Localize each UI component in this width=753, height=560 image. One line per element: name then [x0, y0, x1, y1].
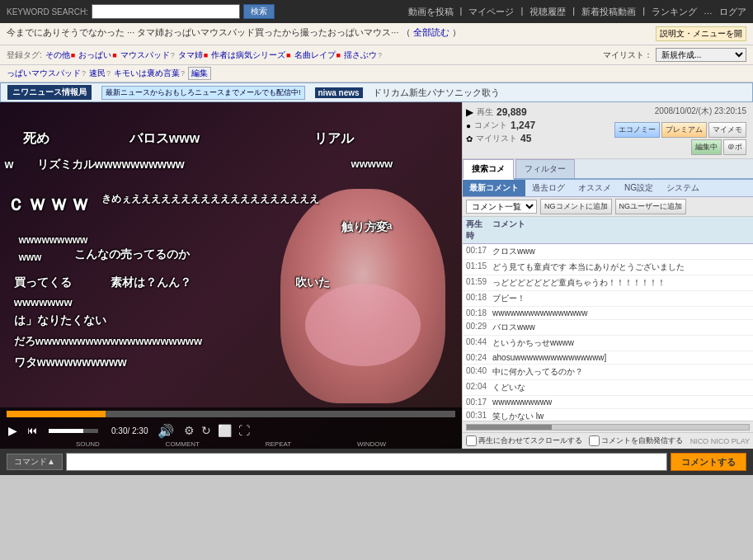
tab-search-comment[interactable]: 搜索コメ [463, 159, 514, 180]
comment-row-8: 00:40中に何か入ってるのか？ [463, 365, 753, 380]
nav-upload[interactable]: 動画を投稿 [408, 6, 454, 18]
nav-logout[interactable]: ログア [719, 6, 746, 18]
nav-history[interactable]: 視聴履歴 [529, 6, 566, 18]
stats-col-left: ▶ 再生 29,889 ● コメント 1,247 ✿ マイリスト 45 [466, 106, 605, 155]
video-comment-14: 買ってくる [14, 275, 72, 290]
banner-row: 今までにありそうでなかった ··· タマ姉おっぱいマウスパッド買ったから撮ったお… [0, 23, 753, 45]
scroll-thumb[interactable] [467, 425, 552, 430]
comment-row-0: 00:17クロスwww [463, 244, 753, 260]
comment-text-input[interactable] [66, 453, 667, 471]
video-comment-5: リズミカルwwwwwwwwww [37, 158, 185, 172]
comment-time-8: 00:40 [466, 366, 489, 375]
sub-tab-ng-settings[interactable]: NG設定 [618, 180, 660, 196]
video-controls: ▶ ⏮ 0:30/ 2:30 🔊 ⚙ ↻ ⬜ ⛶ SOUND COMMENT R… [0, 407, 462, 449]
scroll-sync-text: 再生に合わせてスクロールする [478, 435, 582, 446]
nav-new[interactable]: 新着投稿動画 [581, 6, 636, 18]
comment-row-2: 01:59っどどどどどどど童貞ちゃうわ！！！！！！！ [463, 275, 753, 291]
sub-tabs: 最新コメント 過去ログ オススメ NG設定 システム [463, 180, 753, 197]
main-content: 死め バロスwww リアル w リズミカルwwwwwwwwww wwwww ｃｗ… [0, 102, 753, 449]
nav-sep5: … [704, 6, 713, 18]
atpo-btn[interactable]: ＠ポ [723, 139, 746, 155]
comment-text-4: wwwwwwwwwwwwwwww [492, 308, 750, 318]
progress-bar[interactable] [7, 411, 455, 417]
tags-row-2: っぱいマウスパッド? 速民? キモいは褒め言葉? 編集 [0, 65, 753, 82]
comment-row-5: 00:29バロスwww [463, 320, 753, 336]
editing-btn[interactable]: 編集中 [691, 139, 722, 155]
stats-col-right: 2008/10/02/(木) 23:20:15 エコノミー プレミアム マイメモ… [608, 106, 750, 155]
scroll-sync-label[interactable]: 再生に合わせてスクロールする [466, 435, 582, 446]
comment-row-4: 00:18wwwwwwwwwwwwwwww [463, 307, 753, 320]
ng-user-button[interactable]: NGユーザーに追加 [615, 199, 687, 214]
comment-row-6: 00:44というかちっせwwww [463, 336, 753, 351]
comment-text-6: というかちっせwwww [492, 337, 750, 349]
mylist-select[interactable]: 新規作成... [656, 48, 746, 62]
comment-row-10: 00:17wwwwwwwwww [463, 396, 753, 409]
tag-tamane: タマ姉■ [178, 49, 208, 61]
comment-list-select[interactable]: コメント一覧 [466, 200, 537, 214]
tab-filter[interactable]: フィルター [515, 159, 575, 178]
sub-tab-recommend[interactable]: オススメ [572, 180, 618, 196]
volume-fill [49, 429, 83, 433]
play-button[interactable]: ▶ [7, 422, 19, 439]
ng-comment-button[interactable]: NGコメントに追加 [540, 199, 612, 214]
mylist-stat-label: マイリスト [476, 133, 517, 144]
tag-mousepad: マウスパッド? [120, 49, 175, 61]
comment-scrollbar[interactable] [463, 421, 753, 432]
search-button[interactable]: 検索 [243, 4, 275, 19]
comment-stat-label: コメント [474, 120, 507, 131]
menu-open-button[interactable]: 説明文・メニューを開 [656, 26, 746, 41]
sub-tab-past-log[interactable]: 過去ログ [525, 180, 572, 196]
auto-send-checkbox[interactable] [589, 435, 600, 446]
right-panel: ▶ 再生 29,889 ● コメント 1,247 ✿ マイリスト 45 2008… [462, 102, 753, 449]
col-header-comment: コメント [492, 219, 750, 242]
bottom-options: 再生に合わせてスクロールする コメントを自動発信する NICO NICO PLA… [463, 432, 753, 449]
comment-text-2: っどどどどどどど童貞ちゃうわ！！！！！！！ [492, 277, 750, 289]
banner-link[interactable]: 全部読む [413, 27, 449, 37]
nav-sep4: | [642, 6, 645, 18]
economi-btn[interactable]: エコノミー [614, 122, 660, 138]
comment-text-5: バロスwww [492, 322, 750, 333]
video-comment-7: ｃｗｗｗ [5, 189, 91, 218]
header: KEYWORD SEARCH: 検索 動画を投稿 | マイページ | 視聴履歴 … [0, 0, 753, 23]
mymaemo-btn[interactable]: マイメモ [708, 122, 746, 138]
mylist-label: マイリスト： [603, 49, 652, 61]
anime-face [305, 284, 421, 366]
news-logo-badge: ニワニュース情報局 [7, 85, 92, 100]
repeat-icon[interactable]: ↻ [201, 424, 211, 437]
stat-comment: ● コメント 1,247 [466, 119, 605, 132]
scroll-sync-checkbox[interactable] [466, 435, 477, 446]
fullscreen-icon[interactable]: ⛶ [238, 424, 250, 437]
video-comment-15: 素材は？んん？ [111, 275, 191, 290]
sub-tab-system[interactable]: システム [660, 180, 706, 196]
comment-text-8: 中に何か入ってるのか？ [492, 366, 750, 378]
comment-text-3: ブピー！ [492, 293, 750, 304]
command-button[interactable]: コマンド▲ [7, 454, 63, 470]
video-comment-1: 死め [23, 130, 49, 148]
volume-slider[interactable] [49, 429, 98, 433]
nav-mypage[interactable]: マイページ [468, 6, 514, 18]
scroll-track[interactable] [466, 424, 750, 431]
volume-icon[interactable]: 🔊 [158, 423, 174, 439]
video-comment-2: バロスwww [129, 130, 200, 148]
search-box: KEYWORD SEARCH: 検索 [7, 4, 275, 19]
settings-icon[interactable]: ⚙ [184, 424, 195, 437]
tag-sonotahe: その他■ [45, 49, 75, 61]
nav-ranking[interactable]: ランキング [652, 6, 697, 18]
news-bar: ニワニュース情報局 最新ニュースからおもしろニュースまでメールでも配信中! ni… [0, 82, 753, 102]
edit-button[interactable]: 編集 [188, 67, 211, 80]
comment-time-11: 00:31 [466, 411, 489, 420]
auto-send-label[interactable]: コメントを自動発信する [589, 435, 683, 446]
col-header-time: 再生時 [466, 219, 489, 242]
nav-sep: | [460, 6, 463, 18]
comment-text-0: クロスwww [492, 246, 750, 257]
news-subscription-badge[interactable]: 最新ニュースからおもしろニュースまでメールでも配信中! [101, 86, 305, 100]
search-label: KEYWORD SEARCH: [7, 7, 88, 16]
comment-stat-icon: ● [466, 121, 471, 130]
prev-button[interactable]: ⏮ [26, 423, 39, 438]
sub-tab-latest[interactable]: 最新コメント [463, 180, 525, 196]
window-icon[interactable]: ⬜ [218, 424, 232, 437]
premium-btn[interactable]: プレミアム [661, 122, 707, 138]
search-input[interactable] [92, 4, 240, 19]
submit-comment-button[interactable]: コメントする [671, 453, 746, 471]
tags-label: 登録タグ: [7, 49, 42, 61]
